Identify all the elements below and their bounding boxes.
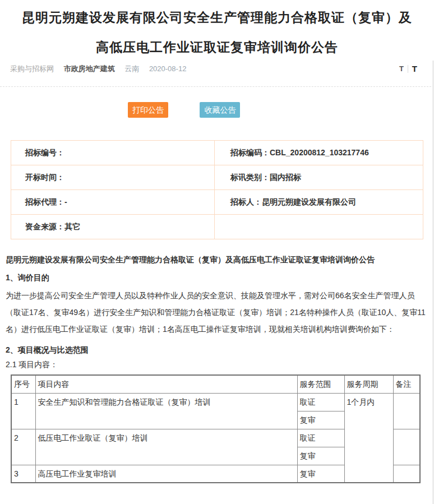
project-content-table: 序号 项目内容 服务范围 服务周期 备注 1 安全生产知识和管理能力合格证取证（… [11,374,421,483]
font-size-controls: T T [399,64,417,73]
meta-category: 市政房地产建筑 [64,64,115,73]
header-period: 服务周期 [344,375,393,393]
section-2-title: 2、项目概况与比选范围 [6,344,428,355]
funding-source-value: 资金来源：其它 [11,215,215,239]
bid-category-value: 标讯类别：国内招标 [215,165,423,190]
project-row-1: 1 安全生产知识和管理能力合格证取证（复审）培训 取证 1个月内 [11,393,420,411]
meta-row: 采购与招标网 市政房地产建筑 云南 2020-08-12 T T [0,59,434,87]
page-title-line-2: 高低压电工作业证取证复审培训询价公告 [0,35,434,59]
tenderee-value: 招标人：昆明元朔建设发展有限公司 [215,190,423,215]
announcement-page: 昆明元朔建设发展有限公司安全生产管理能力合格取证（复审）及 高低压电工作业证取证… [0,0,434,504]
section-1-body: 为进一步提高公司安全生产管理人员以及特种作业人员的安全意识、技能及管理水平，需对… [6,287,428,337]
font-increase-button[interactable]: T [412,64,417,73]
row-1-content: 安全生产知识和管理能力合格证取证（复审）培训 [35,393,297,429]
announcement-content: 昆明元朔建设发展有限公司安全生产管理能力合格取证（复审）及高低压电工作业证取证复… [0,254,434,483]
content-heading: 昆明元朔建设发展有限公司安全生产管理能力合格取证（复审）及高低压电工作业证取证复… [6,254,428,265]
meta-region: 云南 [124,64,139,73]
tender-agent-value: 招标代理：- [11,190,215,215]
meta-publish-date: 2020-08-12 [149,64,187,73]
row-3-note-cell [393,465,420,483]
print-announcement-button[interactable]: 打印公告 [128,102,168,118]
project-table-header-row: 序号 项目内容 服务范围 服务周期 备注 [11,375,420,393]
bid-opening-time-label: 开标时间： [11,165,215,190]
row-2-scope-2: 复审 [297,447,344,465]
info-table-row: 资金来源：其它 [11,215,423,239]
row-1-scope-2: 复审 [297,411,344,429]
meta-source-site: 采购与招标网 [10,64,54,73]
page-title-line-1: 昆明元朔建设发展有限公司安全生产管理能力合格取证（复审）及 [0,6,434,29]
tender-code-value: 招标编码：CBL_20200812_103217746 [215,141,423,165]
section-2-1-label: 2.1 项目内容： [6,359,428,370]
tender-number-label: 招标编号： [11,141,215,165]
row-2-note-cell [393,429,420,465]
header-seq: 序号 [11,375,35,393]
service-period-cell: 1个月内 [344,393,393,483]
row-1-note-cell [393,393,420,429]
meta-info: 采购与招标网 市政房地产建筑 云南 2020-08-12 [10,64,194,74]
action-buttons-row: 打印公告 收藏公告 [0,102,434,118]
info-table-row: 开标时间： 标讯类别：国内招标 [11,165,423,190]
section-1-title: 1、询价目的 [6,272,428,283]
row-3-seq: 3 [11,465,35,483]
tender-info-table: 招标编号： 招标编码：CBL_20200812_103217746 开标时间： … [11,140,423,239]
header-note: 备注 [393,375,420,393]
page-title: 昆明元朔建设发展有限公司安全生产管理能力合格取证（复审）及 高低压电工作业证取证… [0,0,434,59]
row-3-content: 高压电工作业复审培训 [35,465,297,483]
header-content: 项目内容 [35,375,297,393]
font-decrease-button[interactable]: T [399,64,404,73]
row-1-seq: 1 [11,393,35,429]
font-controls-divider [408,65,408,73]
header-scope: 服务范围 [297,375,344,393]
row-2-seq: 2 [11,429,35,465]
row-3-scope-1: 复审 [297,465,344,483]
info-empty-cell [215,215,423,239]
info-table-row: 招标编号： 招标编码：CBL_20200812_103217746 [11,141,423,165]
info-table-row: 招标代理：- 招标人：昆明元朔建设发展有限公司 [11,190,423,215]
row-2-content: 低压电工作业取证（复审）培训 [35,429,297,465]
row-1-scope-1: 取证 [297,393,344,411]
favorite-announcement-button[interactable]: 收藏公告 [200,102,240,118]
row-2-scope-1: 取证 [297,429,344,447]
